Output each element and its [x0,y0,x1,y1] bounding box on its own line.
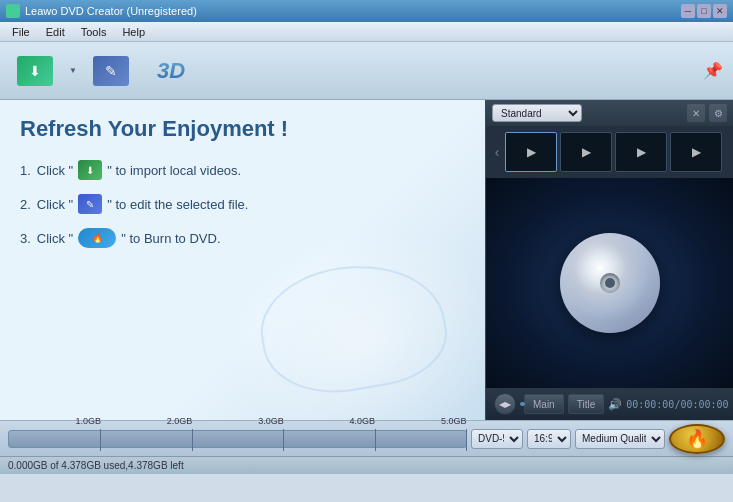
threed-label: 3D [157,58,185,84]
step-3-text: " to Burn to DVD. [121,231,220,246]
title-tab[interactable]: Title [568,394,605,414]
step-3: 3. Click " 🔥 " to Burn to DVD. [20,228,465,248]
maximize-button[interactable]: □ [697,4,711,18]
menu-tools[interactable]: Tools [73,24,115,40]
welcome-title: Refresh Your Enjoyment ! [20,116,465,142]
menu-help[interactable]: Help [114,24,153,40]
burn-flame-icon: 🔥 [686,428,708,450]
import-icon: ⬇ [17,56,53,86]
step-3-burn-icon: 🔥 [78,228,116,248]
minimize-button[interactable]: ─ [681,4,695,18]
volume-icon: 🔊 [608,398,622,411]
step-2: 2. Click " ✎ " to edit the selected file… [20,194,465,214]
burn-button[interactable]: 🔥 [669,424,725,454]
dvd-type-select[interactable]: DVD-5 DVD-9 [471,429,523,449]
right-top-icons: ✕ ⚙ [687,104,727,122]
step-2-edit-icon: ✎ [78,194,102,214]
threed-icon: 3D [153,56,189,86]
encode-quality-select[interactable]: Medium Quality High Quality Low Quality [575,429,665,449]
status-bar: 0.000GB of 4.378GB used,4.378GB left [0,456,733,474]
import-dropdown-arrow[interactable]: ▼ [68,61,78,81]
main-tab[interactable]: Main [524,394,564,414]
storage-bar: 1.0GB 2.0GB 3.0GB 4.0GB 5.0GB DVD-5 DVD-… [0,420,733,456]
dvd-disc [560,233,660,333]
storage-dropdowns: DVD-5 DVD-9 16:9 4:3 Medium Quality High… [471,429,665,449]
mark-3gb-label: 3.0GB [258,416,284,426]
right-panel: Standard High Quality Low Quality ✕ ⚙ ‹ … [485,100,733,420]
menu-file[interactable]: File [4,24,38,40]
main-area: Refresh Your Enjoyment ! 1. Click " ⬇ " … [0,100,733,420]
right-top-bar: Standard High Quality Low Quality ✕ ⚙ [486,100,733,126]
app-title: Leawo DVD Creator (Unregistered) [25,5,681,17]
left-panel: Refresh Your Enjoyment ! 1. Click " ⬇ " … [0,100,485,420]
app-icon [6,4,20,18]
mark-2gb-label: 2.0GB [167,416,193,426]
step-1-text: " to import local videos. [107,163,241,178]
delete-icon[interactable]: ✕ [687,104,705,122]
thumbnail-4[interactable] [670,132,722,172]
step-1: 1. Click " ⬇ " to import local videos. [20,160,465,180]
quality-select[interactable]: Standard High Quality Low Quality [492,104,582,122]
mark-4gb-label: 4.0GB [350,416,376,426]
threed-button[interactable]: 3D [144,46,198,96]
thumbnail-1[interactable] [505,132,557,172]
step-1-num: 1. [20,163,31,178]
play-button[interactable]: ◀▶ [494,393,516,415]
mark-1gb-label: 1.0GB [75,416,101,426]
pin-button[interactable]: 📌 [701,46,725,96]
pin-icon: 📌 [703,61,723,80]
time-display: 00:00:00/00:00:00 [626,399,728,410]
titlebar: Leawo DVD Creator (Unregistered) ─ □ ✕ [0,0,733,22]
thumbnails-row: ‹ [486,126,733,178]
step-2-text: " to edit the selected file. [107,197,248,212]
step-2-num: 2. [20,197,31,212]
thumbnail-2[interactable] [560,132,612,172]
thumbnail-3[interactable] [615,132,667,172]
window-controls: ─ □ ✕ [681,4,727,18]
step-1-import-icon: ⬇ [78,160,102,180]
menubar: File Edit Tools Help [0,22,733,42]
mark-2gb: 2.0GB [192,429,193,451]
toolbar: ⬇ ▼ ✎ 3D 📌 [0,42,733,100]
close-button[interactable]: ✕ [713,4,727,18]
step-3-num: 3. [20,231,31,246]
import-arrow-icon: ⬇ [29,63,41,79]
mark-3gb: 3.0GB [283,429,284,451]
menu-edit[interactable]: Edit [38,24,73,40]
preview-area [486,178,733,388]
status-text: 0.000GB of 4.378GB used,4.378GB left [8,460,184,471]
edit-button[interactable]: ✎ [84,46,138,96]
aspect-ratio-select[interactable]: 16:9 4:3 [527,429,571,449]
settings-icon[interactable]: ⚙ [709,104,727,122]
mark-4gb: 4.0GB [375,429,376,451]
progress-track: 1.0GB 2.0GB 3.0GB 4.0GB 5.0GB [8,430,467,448]
mark-5gb-label: 5.0GB [441,416,467,426]
import-button[interactable]: ⬇ [8,46,62,96]
mark-5gb: 5.0GB [466,429,467,451]
thumb-prev[interactable]: ‹ [492,132,502,172]
edit-icon: ✎ [93,56,129,86]
mark-1gb: 1.0GB [100,429,101,451]
preview-controls: ◀▶ Main Title 🔊 00:00:00/00:00:00 [486,388,733,420]
